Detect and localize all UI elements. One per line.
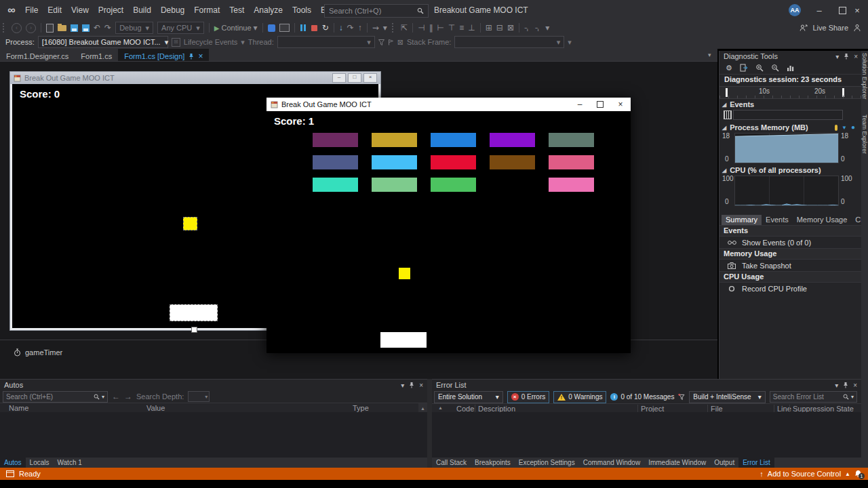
step-into-icon[interactable]: ↓ bbox=[339, 23, 343, 33]
minimize-icon[interactable]: – bbox=[570, 98, 590, 111]
add-to-source-control-button[interactable]: Add to Source Control bbox=[768, 470, 841, 478]
error-list-body[interactable] bbox=[432, 412, 861, 458]
chevron-down-icon[interactable]: ▾ bbox=[851, 394, 854, 400]
designer-paddle[interactable] bbox=[170, 304, 218, 321]
save-all-icon[interactable] bbox=[82, 24, 90, 32]
close-tab-icon[interactable]: × bbox=[198, 53, 203, 60]
designer-form-titlebar[interactable]: Break Out Game MOO ICT – □ × bbox=[10, 72, 380, 84]
suspend-icon[interactable]: ⊠ bbox=[397, 38, 403, 47]
bottom-tab-breakpoints[interactable]: Breakpoints bbox=[471, 458, 515, 468]
panel-splitter[interactable] bbox=[427, 379, 432, 468]
autos-body[interactable] bbox=[0, 412, 427, 458]
diagnostics-tab-summary[interactable]: Summary bbox=[722, 215, 762, 225]
restart-debug-icon[interactable]: ↻ bbox=[322, 23, 329, 33]
horizontal-spacing-icon[interactable]: ⌍ bbox=[524, 23, 531, 33]
summary-action-take-snapshot[interactable]: Take Snapshot bbox=[719, 260, 862, 271]
diagnostic-tools-header[interactable]: Diagnostic Tools ▾ × bbox=[719, 51, 862, 62]
stop-debug-icon[interactable] bbox=[311, 25, 317, 31]
close-icon[interactable]: × bbox=[854, 53, 858, 60]
align-bottoms-icon[interactable]: ⊥ bbox=[468, 23, 475, 33]
diagnostics-tab-events[interactable]: Events bbox=[762, 215, 793, 225]
bottom-tab-call-stack[interactable]: Call Stack bbox=[432, 458, 471, 468]
window-position-icon[interactable]: ▾ bbox=[401, 382, 404, 389]
pin-icon[interactable] bbox=[409, 382, 414, 388]
form-resize-handle[interactable] bbox=[191, 327, 197, 333]
maximize-icon[interactable] bbox=[590, 98, 610, 111]
autos-header[interactable]: Autos ▾ × bbox=[0, 380, 427, 390]
minimize-icon[interactable]: – bbox=[332, 73, 346, 83]
document-tab-form1-cs-design[interactable]: Form1.cs [Design]× bbox=[118, 49, 209, 62]
bottom-tab-autos[interactable]: Autos bbox=[0, 458, 26, 468]
solution-explorer-vertical-tab[interactable]: Solution Explorer bbox=[861, 53, 868, 100]
align-rights-icon[interactable]: ⊢ bbox=[437, 23, 443, 33]
search-prev-icon[interactable]: ← bbox=[112, 392, 120, 401]
zoom-in-icon[interactable] bbox=[755, 64, 764, 72]
memory-chart-plot[interactable] bbox=[734, 133, 839, 163]
session-end-marker[interactable] bbox=[842, 88, 844, 97]
summary-action-record-cpu-profile[interactable]: Record CPU Profile bbox=[719, 283, 862, 294]
document-tab-form1-cs[interactable]: Form1.cs bbox=[75, 49, 118, 62]
chevron-down-icon[interactable]: ▾ bbox=[102, 394, 104, 400]
thread-dropdown[interactable]: ▾ bbox=[277, 36, 375, 48]
close-window-icon[interactable]: × bbox=[846, 0, 868, 20]
diagnostics-timeline-ruler[interactable]: 10s 20s bbox=[719, 86, 862, 99]
close-icon[interactable]: × bbox=[419, 382, 423, 389]
scrollbar-up-icon[interactable]: ▲ bbox=[418, 403, 427, 413]
save-icon[interactable] bbox=[71, 24, 78, 32]
live-share-button[interactable]: Live Share bbox=[812, 24, 848, 32]
pin-icon[interactable] bbox=[844, 53, 849, 60]
close-icon[interactable]: × bbox=[853, 382, 857, 389]
live-share-icon[interactable] bbox=[800, 24, 808, 32]
redo-icon[interactable]: ↷ bbox=[104, 23, 111, 33]
menu-file[interactable]: File bbox=[20, 5, 43, 15]
summary-action-show-events-0-of-0[interactable]: Show Events (0 of 0) bbox=[719, 237, 862, 248]
screenshot-icon[interactable] bbox=[279, 24, 290, 32]
select-pointer-icon[interactable]: ⇱ bbox=[401, 23, 408, 33]
diagnostics-lightning-icon[interactable]: ⇝ bbox=[372, 23, 379, 33]
minimize-window-icon[interactable]: – bbox=[808, 0, 830, 20]
continue-button[interactable]: Continue bbox=[222, 24, 252, 32]
make-same-height-icon[interactable]: ⊟ bbox=[496, 23, 503, 33]
build-intellisense-dropdown[interactable]: Build + IntelliSense▾ bbox=[689, 391, 765, 403]
messages-filter-button[interactable]: i 0 of 10 Messages bbox=[610, 393, 674, 401]
error-list-search-input[interactable]: Search Error List ▾ bbox=[770, 391, 857, 403]
game-window-titlebar[interactable]: Break Out Game MOO ICT – × bbox=[267, 98, 631, 111]
sort-icon[interactable]: ▲ bbox=[438, 405, 443, 410]
align-lefts-icon[interactable]: ⊣ bbox=[418, 23, 425, 33]
zoom-out-icon[interactable] bbox=[771, 64, 779, 72]
flag-threads-icon[interactable] bbox=[388, 39, 394, 45]
scope-dropdown[interactable]: Entire Solution▾ bbox=[434, 391, 503, 403]
window-position-icon[interactable]: ▾ bbox=[835, 382, 838, 389]
bottom-tab-locals[interactable]: Locals bbox=[26, 458, 54, 468]
warnings-filter-button[interactable]: 0 Warnings bbox=[553, 391, 606, 403]
pause-debug-icon[interactable] bbox=[300, 24, 306, 31]
make-same-width-icon[interactable]: ⊞ bbox=[486, 23, 492, 33]
collapse-triangle-icon[interactable]: ◢ bbox=[722, 167, 726, 174]
bottom-tab-exception-settings[interactable]: Exception Settings bbox=[515, 458, 579, 468]
menu-view[interactable]: View bbox=[66, 5, 94, 15]
multi-filter-icon[interactable] bbox=[678, 393, 685, 401]
reset-view-chart-icon[interactable] bbox=[787, 64, 795, 72]
quick-search-input[interactable]: Search (Ctrl+Q) bbox=[324, 4, 429, 18]
step-out-icon[interactable]: ↑ bbox=[358, 23, 362, 33]
bottom-tab-command-window[interactable]: Command Window bbox=[579, 458, 644, 468]
menu-debug[interactable]: Debug bbox=[156, 5, 189, 15]
bottom-tab-output[interactable]: Output bbox=[710, 458, 738, 468]
menu-build[interactable]: Build bbox=[128, 5, 156, 15]
close-icon[interactable]: × bbox=[363, 73, 377, 83]
collapse-triangle-icon[interactable]: ◢ bbox=[722, 125, 726, 131]
pin-icon[interactable] bbox=[189, 53, 194, 60]
toolbar-grip[interactable] bbox=[392, 23, 395, 33]
bottom-tab-watch-1[interactable]: Watch 1 bbox=[53, 458, 85, 468]
menu-tools[interactable]: Tools bbox=[288, 5, 316, 15]
step-over-icon[interactable]: ↷ bbox=[347, 23, 354, 33]
settings-gear-icon[interactable]: ⚙ bbox=[726, 64, 732, 73]
align-middles-icon[interactable]: ≡ bbox=[459, 23, 464, 33]
toolbar-grip[interactable] bbox=[3, 23, 6, 33]
chevron-down-icon[interactable]: ▾ bbox=[254, 23, 258, 33]
memory-section-header[interactable]: ◢ Process Memory (MB) ▼ ● bbox=[719, 122, 862, 132]
solution-configuration-dropdown[interactable]: Debug▾ bbox=[115, 22, 153, 34]
notifications-bell[interactable]: 1 bbox=[854, 470, 862, 478]
account-avatar[interactable]: AA bbox=[789, 4, 801, 16]
lifecycle-events-button[interactable]: Lifecycle Events bbox=[184, 38, 237, 46]
